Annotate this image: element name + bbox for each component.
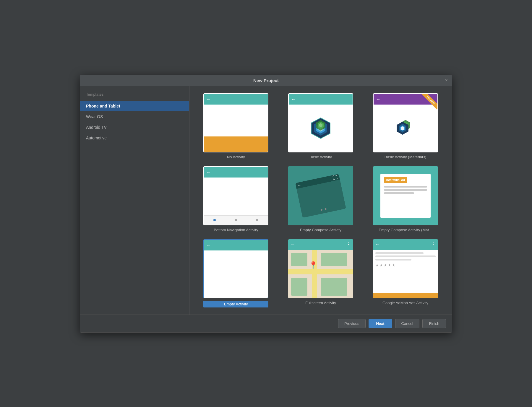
close-button[interactable]: ×	[445, 78, 448, 83]
sidebar: Templates Phone and Tablet Wear OS Andro…	[80, 86, 189, 315]
bottom-nav-label: Bottom Navigation Activity	[214, 228, 258, 232]
basic-body	[289, 105, 353, 152]
template-basic-activity[interactable]: ←	[283, 93, 359, 159]
content-area: ← ⋮ No Activity ←	[189, 86, 452, 315]
svg-rect-22	[291, 278, 307, 296]
sidebar-item-phone-tablet[interactable]: Phone and Tablet	[80, 101, 189, 111]
bottom-nav-body	[204, 178, 268, 225]
material3-label: Basic Activity (Material3)	[385, 155, 426, 159]
empty-more: ⋮	[261, 242, 265, 248]
basic-back-arrow: ←	[291, 97, 296, 102]
template-admob[interactable]: ← ⋮ ★★★★★ Google AdMob Ads Activity	[367, 239, 444, 307]
nav-dot-2	[235, 219, 237, 221]
svg-rect-19	[312, 250, 317, 298]
template-bottom-nav[interactable]: ← ⋮ Bottom Navigation Activity	[198, 166, 274, 232]
dialog-body: Templates Phone and Tablet Wear OS Andro…	[80, 86, 452, 315]
admob-more: ⋮	[431, 242, 436, 247]
next-button[interactable]: Next	[369, 319, 392, 328]
bottom-nav-bar	[204, 215, 268, 225]
compose-bg: ← ⛶	[288, 166, 353, 225]
sidebar-item-android-tv[interactable]: Android TV	[80, 122, 189, 133]
admob-line3	[384, 192, 414, 194]
no-activity-thumbnail: ← ⋮	[203, 93, 268, 152]
nav-dot-1	[213, 219, 216, 221]
admob-thumbnail: Interstitial Ad	[373, 166, 438, 225]
map-svg: 📍	[288, 250, 353, 298]
svg-rect-18	[288, 269, 353, 274]
svg-rect-23	[321, 278, 347, 296]
fullscreen-back: ←	[291, 242, 295, 247]
sidebar-item-wear-os[interactable]: Wear OS	[80, 111, 189, 122]
svg-text:📍: 📍	[309, 261, 318, 269]
login-bottom	[373, 293, 438, 298]
bottom-nav-topbar: ← ⋮	[204, 167, 268, 178]
login-line2	[375, 255, 436, 257]
login-line1	[375, 252, 424, 254]
material3-body	[374, 105, 437, 152]
fullscreen-topbar: ← ⋮	[288, 239, 353, 250]
svg-rect-20	[291, 253, 307, 266]
dot1	[320, 209, 322, 211]
fullscreen-more: ⋮	[346, 242, 351, 247]
compose-tablet: ← ⛶	[295, 174, 346, 218]
template-empty-compose[interactable]: ← ⛶ Empty Compose Activity	[283, 166, 359, 232]
more-icon: ⋮	[261, 96, 265, 102]
admob-body: ★★★★★	[373, 250, 438, 298]
interstitial-badge: Interstitial Ad	[384, 177, 408, 183]
previous-button[interactable]: Previous	[338, 319, 366, 328]
compose-expand-icon: ⛶	[332, 174, 338, 180]
admob-line2	[384, 189, 427, 191]
dot2	[325, 208, 327, 210]
material3-thumbnail: ←	[373, 93, 438, 152]
empty-compose-label: Empty Compose Activity	[300, 228, 341, 232]
material3-hex-logo	[394, 116, 417, 140]
svg-point-16	[401, 126, 404, 130]
no-activity-label: No Activity	[227, 155, 245, 159]
basic-topbar: ←	[289, 94, 353, 105]
admob-activity-thumbnail: ← ⋮ ★★★★★	[373, 239, 438, 298]
sidebar-item-automotive[interactable]: Automotive	[80, 133, 189, 143]
material3-back: ←	[376, 97, 381, 102]
admob-content: Interstitial Ad	[380, 174, 431, 218]
empty-activity-thumbnail: ← ⋮	[203, 239, 268, 298]
basic-activity-label: Basic Activity	[309, 155, 332, 159]
admob-label: Google AdMob Ads Activity	[382, 301, 428, 305]
preview-badge	[420, 94, 437, 112]
admob-back: ←	[375, 242, 380, 247]
basic-activity-thumbnail: ←	[288, 93, 353, 152]
sidebar-header: Templates	[80, 92, 189, 101]
admob-topbar: ← ⋮	[373, 239, 438, 250]
finish-button[interactable]: Finish	[422, 319, 446, 328]
no-activity-bottom-bar	[204, 136, 268, 152]
empty-body	[204, 250, 268, 298]
template-empty-activity[interactable]: ← ⋮ Empty Activity	[198, 239, 274, 307]
fullscreen-thumbnail: ← ⋮	[288, 239, 353, 298]
template-fullscreen[interactable]: ← ⋮	[283, 239, 359, 307]
empty-compose-mat-label: Empty Compose Activity (Mat...	[379, 228, 432, 232]
dialog-titlebar: New Project ×	[80, 75, 452, 86]
fullscreen-label: Fullscreen Activity	[305, 301, 336, 305]
login-stars: ★★★★★	[375, 263, 436, 267]
empty-back: ←	[206, 242, 211, 248]
template-no-activity[interactable]: ← ⋮ No Activity	[198, 93, 274, 159]
new-project-dialog: New Project × Templates Phone and Tablet…	[80, 75, 452, 333]
template-basic-material3[interactable]: ←	[367, 93, 444, 159]
bottom-nav-thumbnail: ← ⋮	[203, 166, 268, 225]
no-activity-topbar: ← ⋮	[204, 94, 268, 105]
admob-line1	[384, 186, 427, 188]
dialog-title: New Project	[253, 78, 279, 83]
bottom-nav-more: ⋮	[261, 169, 265, 175]
no-activity-body	[204, 105, 268, 152]
map-area: 📍	[288, 250, 353, 298]
template-empty-compose-mat[interactable]: Interstitial Ad Empty Compose Activity (…	[367, 166, 444, 232]
dialog-footer: Previous Next Cancel Finish	[80, 315, 452, 332]
cancel-button[interactable]: Cancel	[395, 319, 419, 328]
empty-activity-label: Empty Activity	[203, 301, 268, 307]
templates-grid: ← ⋮ No Activity ←	[198, 93, 444, 307]
empty-activity-topbar: ← ⋮	[204, 240, 268, 250]
back-arrow-icon: ←	[206, 97, 211, 102]
compose-thumbnail: ← ⛶	[288, 166, 353, 225]
hex-logo-icon	[309, 116, 332, 140]
bottom-nav-back: ←	[206, 170, 211, 175]
nav-dot-3	[256, 219, 258, 221]
